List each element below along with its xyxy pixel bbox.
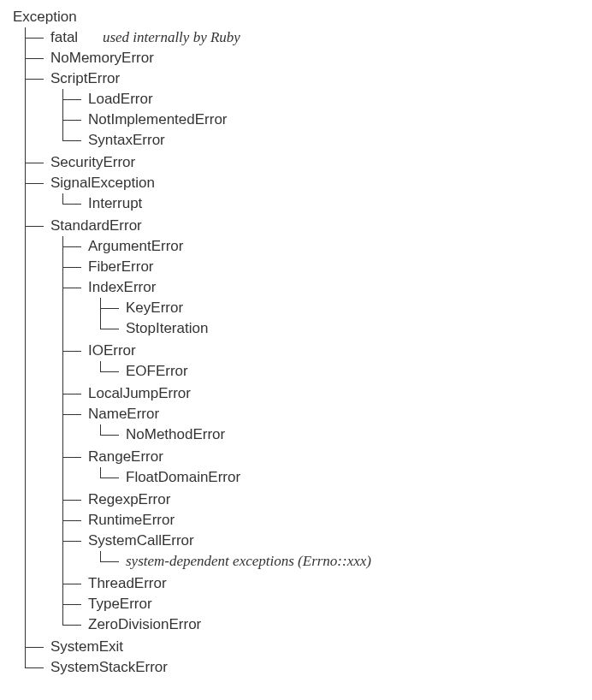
- tree-node-label: RangeError: [88, 448, 163, 466]
- tree-node-argumenterror: ArgumentError: [88, 236, 592, 257]
- tree-node-typeerror: TypeError: [88, 594, 592, 614]
- tree-node-nomemoryerror: NoMemoryError: [50, 48, 592, 68]
- tree-node-label: IOError: [88, 342, 136, 359]
- tree-node-note: used internally by Ruby: [103, 29, 240, 45]
- tree-node-label: Interrupt: [88, 195, 142, 212]
- tree-node-label: ThreadError: [88, 575, 167, 592]
- tree-node-label: KeyError: [126, 300, 183, 317]
- tree-node-label: SecurityError: [50, 154, 135, 171]
- tree-node-label: fatal: [50, 29, 78, 45]
- tree-children-rangeerror: FloatDomainError: [88, 467, 592, 488]
- tree-node-regexperror: RegexpError: [88, 489, 592, 510]
- tree-node-zerodivisionerror: ZeroDivisionError: [88, 614, 592, 635]
- tree-node-label: StopIteration: [126, 320, 208, 337]
- tree-node-label: StandardError: [50, 217, 142, 234]
- tree-node-indexerror: IndexError KeyError StopIteration: [88, 277, 592, 341]
- tree-node-label: IndexError: [88, 279, 156, 296]
- tree-node-label: SignalException: [50, 175, 155, 192]
- tree-node-label: LoadError: [88, 91, 153, 108]
- tree-children-nameerror: NoMethodError: [88, 424, 592, 445]
- tree-node-label: NoMemoryError: [50, 50, 154, 67]
- tree-node-syntaxerror: SyntaxError: [88, 130, 592, 151]
- tree-children-signalexception: Interrupt: [50, 193, 592, 214]
- tree-children-systemcallerror: system-dependent exceptions (Errno::xxx): [88, 551, 592, 572]
- tree-node-label: NotImplementedError: [88, 111, 228, 128]
- tree-node-label: SystemStackError: [50, 659, 168, 676]
- tree-node-fatal: fatal used internally by Ruby: [50, 27, 592, 48]
- tree-node-standarderror: StandardError ArgumentError FiberError I…: [50, 216, 592, 637]
- tree-node-label: SystemCallError: [88, 532, 194, 549]
- tree-node-label: RuntimeError: [88, 512, 175, 529]
- exception-hierarchy-tree: Exception fatal used internally by Ruby …: [13, 9, 592, 678]
- tree-node-loaderror: LoadError: [88, 89, 592, 110]
- tree-node-label: LocalJumpError: [88, 385, 191, 402]
- tree-node-label: FiberError: [88, 258, 154, 276]
- tree-children-standarderror: ArgumentError FiberError IndexError KeyE…: [50, 236, 592, 635]
- tree-node-label: system-dependent exceptions (Errno::xxx): [126, 553, 371, 570]
- tree-node-systemcallerror: SystemCallError system-dependent excepti…: [88, 531, 592, 573]
- tree-node-interrupt: Interrupt: [88, 193, 592, 214]
- tree-node-floatdomainerror: FloatDomainError: [126, 467, 592, 488]
- tree-children-indexerror: KeyError StopIteration: [88, 298, 592, 339]
- tree-children-root: fatal used internally by Ruby NoMemoryEr…: [13, 27, 592, 678]
- tree-node-stopiteration: StopIteration: [126, 318, 592, 339]
- tree-children-scripterror: LoadError NotImplementedError SyntaxErro…: [50, 89, 592, 151]
- tree-node-label: NameError: [88, 406, 159, 423]
- tree-node-signalexception: SignalException Interrupt: [50, 173, 592, 216]
- tree-node-label: SyntaxError: [88, 132, 165, 149]
- tree-node-systemexit: SystemExit: [50, 637, 592, 657]
- tree-node-ioerror: IOError EOFError: [88, 341, 592, 383]
- tree-node-label: ZeroDivisionError: [88, 616, 201, 633]
- tree-node-nomethoderror: NoMethodError: [126, 424, 592, 445]
- tree-node-systemstackerror: SystemStackError: [50, 657, 592, 678]
- tree-node-label: TypeError: [88, 596, 152, 613]
- tree-node-keyerror: KeyError: [126, 298, 592, 318]
- tree-node-localjumperror: LocalJumpError: [88, 383, 592, 404]
- tree-node-label: ScriptError: [50, 70, 120, 87]
- tree-node-scripterror: ScriptError LoadError NotImplementedErro…: [50, 68, 592, 152]
- tree-node-threaderror: ThreadError: [88, 573, 592, 594]
- tree-node-label: EOFError: [126, 363, 188, 380]
- tree-node-label: RegexpError: [88, 491, 170, 508]
- tree-node-label: FloatDomainError: [126, 469, 240, 486]
- tree-node-eoferror: EOFError: [126, 361, 592, 382]
- tree-node-nameerror: NameError NoMethodError: [88, 404, 592, 447]
- tree-node-securityerror: SecurityError: [50, 152, 592, 173]
- tree-root-label: Exception: [13, 9, 592, 26]
- tree-node-runtimeerror: RuntimeError: [88, 510, 592, 531]
- tree-children-ioerror: EOFError: [88, 361, 592, 382]
- tree-node-label: ArgumentError: [88, 238, 183, 255]
- tree-node-fibererror: FiberError: [88, 257, 592, 277]
- tree-node-label: SystemExit: [50, 638, 123, 656]
- tree-node-rangeerror: RangeError FloatDomainError: [88, 447, 592, 489]
- tree-node-label: NoMethodError: [126, 426, 225, 443]
- tree-node-notimplementederror: NotImplementedError: [88, 110, 592, 130]
- tree-node-errno: system-dependent exceptions (Errno::xxx): [126, 551, 592, 572]
